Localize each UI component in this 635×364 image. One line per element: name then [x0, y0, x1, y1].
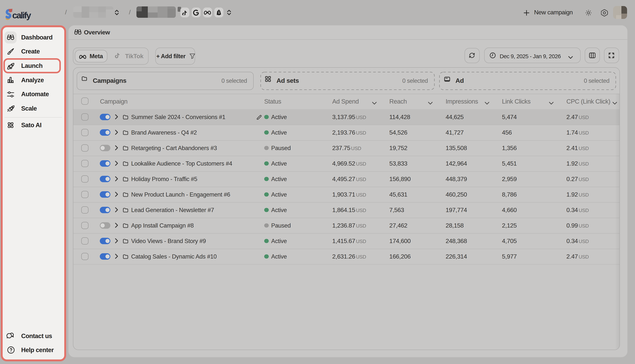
svg-text:calify: calify — [12, 10, 31, 20]
